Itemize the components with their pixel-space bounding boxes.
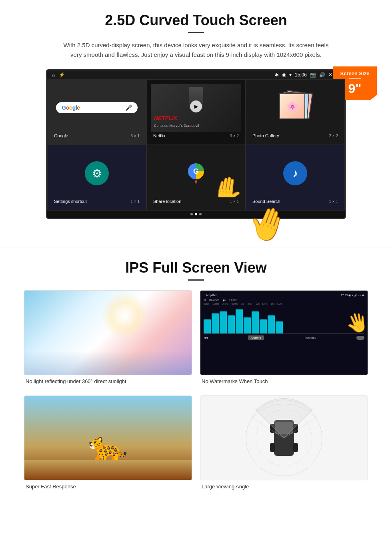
volume-icon: 🔊 xyxy=(319,72,325,78)
gallery-app-inner: 🌸 xyxy=(250,84,340,132)
amplifier-caption: No Watermarks When Touch xyxy=(200,375,368,387)
ips-section: IPS Full Screen View No light reflecting… xyxy=(0,259,392,505)
bluetooth-icon: ✱ xyxy=(275,72,279,78)
wifi-icon: ▾ xyxy=(289,72,292,78)
netflix-logo: NETFLIX xyxy=(154,115,199,121)
netflix-app-inner: ▶ NETFLIX Continue Marvel's Daredevil xyxy=(151,84,241,132)
netflix-size: 3 × 2 xyxy=(230,134,239,138)
status-right: ✱ ◉ ▾ 15:06 📷 🔊 ✕ ▭ xyxy=(275,72,340,78)
amp-freq-labels: 60hz100hz200hz500hz1k2.5k10k12.5k15kSUB xyxy=(204,303,364,305)
google-search-bar[interactable]: Google 🎤 xyxy=(56,102,137,113)
amplifier-image: ⌂ Amplifier 17:33 ◉ ▾ 🔊 ▭ ⇄ ⚙Balance 🔊 F… xyxy=(200,291,368,375)
pagination-dots xyxy=(47,211,345,218)
amp-toggle[interactable] xyxy=(356,336,364,340)
eq-bar-60hz xyxy=(204,319,211,333)
car-card: Large Viewing Angle xyxy=(200,395,368,493)
gallery-stack: 🌸 xyxy=(279,92,311,124)
maps-icon: G xyxy=(187,163,205,185)
cheetah-caption: Super Fast Response xyxy=(24,480,192,493)
mic-icon: 🎤 xyxy=(125,104,132,111)
sound-search-cell[interactable]: ♪ Sound Search 1 × 1 xyxy=(246,145,345,211)
home-icon: ⌂ xyxy=(52,72,55,78)
title-divider xyxy=(188,32,204,33)
settings-size: 1 × 1 xyxy=(130,199,140,204)
app-grid: Google 🎤 Google 3 × 1 xyxy=(47,79,345,211)
settings-label-row: Settings shortcut 1 × 1 xyxy=(52,197,142,206)
google-logo: Google xyxy=(62,104,80,111)
netflix-bg: ▶ NETFLIX Continue Marvel's Daredevil xyxy=(151,84,241,132)
cheetah-img-card: 🐆 xyxy=(24,395,192,480)
settings-app-cell[interactable]: ⚙ Settings shortcut 1 × 1 xyxy=(47,145,146,211)
location-icon: ◉ xyxy=(282,72,286,78)
sunlight-caption: No light reflecting under 360° direct su… xyxy=(24,375,192,387)
eq-bar-15k xyxy=(268,315,275,333)
usb-icon: ⚡ xyxy=(59,72,65,78)
dot-1 xyxy=(190,213,193,215)
eq-bar-sub xyxy=(276,321,283,333)
google-app-cell[interactable]: Google 🎤 Google 3 × 1 xyxy=(47,79,146,145)
amplifier-card: ⌂ Amplifier 17:33 ◉ ▾ 🔊 ▭ ⇄ ⚙Balance 🔊 F… xyxy=(200,290,368,387)
settings-label: Settings shortcut xyxy=(54,199,87,204)
netflix-label: NETFLIX Continue Marvel's Daredevil xyxy=(154,115,199,128)
eq-bar-10k xyxy=(252,311,259,333)
share-size: 1 × 1 xyxy=(230,199,239,204)
amp-home: ⌂ Amplifier xyxy=(204,294,217,297)
cheetah-image: 🐆 xyxy=(24,396,192,480)
gear-icon: ⚙ xyxy=(92,167,102,180)
amp-statusbar: ⌂ Amplifier 17:33 ◉ ▾ 🔊 ▭ ⇄ xyxy=(204,294,364,297)
amp-hand-icon: 🖐 xyxy=(344,310,368,336)
netflix-subtitle: Continue Marvel's Daredevil xyxy=(154,124,199,128)
amplifier-img-card: ⌂ Amplifier 17:33 ◉ ▾ 🔊 ▭ ⇄ ⚙Balance 🔊 F… xyxy=(200,290,368,375)
cheetah-card: 🐆 Super Fast Response xyxy=(24,395,192,493)
eq-bar-12.5k xyxy=(260,319,267,333)
sound-size: 1 × 1 xyxy=(329,199,338,204)
badge-label: Screen Size xyxy=(340,70,370,76)
sunlight-image xyxy=(24,291,192,375)
google-label: Google xyxy=(54,133,68,138)
netflix-label-row: Netflix 3 × 2 xyxy=(151,132,241,141)
ground-reflection xyxy=(24,351,192,375)
device-wrapper: Screen Size 9" ⌂ ⚡ ✱ ◉ ▾ 15:06 📷 🔊 ✕ xyxy=(24,69,368,219)
music-icon-bg: ♪ xyxy=(283,161,307,185)
eq-bar-100hz xyxy=(212,313,219,333)
amp-footer: ◀◀ Custom loudness xyxy=(204,335,364,340)
eq-bar-200hz xyxy=(220,311,227,333)
svg-rect-12 xyxy=(270,443,275,452)
share-label-row: Share location 1 × 1 xyxy=(151,197,241,206)
netflix-app-cell[interactable]: ▶ NETFLIX Continue Marvel's Daredevil Ne… xyxy=(146,79,246,145)
svg-rect-13 xyxy=(293,443,298,452)
sun-glow xyxy=(101,292,149,340)
hand-pointing-icon: 🤚 xyxy=(208,173,241,197)
car-img-card xyxy=(200,395,368,480)
amp-wrapper: ⌂ Amplifier 17:33 ◉ ▾ 🔊 ▭ ⇄ ⚙Balance 🔊 F… xyxy=(204,294,364,340)
device-screen: Screen Size 9" ⌂ ⚡ ✱ ◉ ▾ 15:06 📷 🔊 ✕ xyxy=(46,69,346,219)
amp-time: 17:33 ◉ ▾ 🔊 ▭ ⇄ xyxy=(341,294,364,297)
gallery-label: Photo Gallery xyxy=(252,133,279,138)
gallery-card-1: 🌸 xyxy=(279,93,305,119)
google-size: 3 × 1 xyxy=(130,134,140,138)
gallery-app-cell[interactable]: 🌸 Photo Gallery 2 × 2 xyxy=(246,79,345,145)
share-location-cell[interactable]: G 🤚 Share location 1 × 1 xyxy=(146,145,246,211)
share-location-inner: G 🤚 xyxy=(151,149,241,197)
gallery-size: 2 × 2 xyxy=(329,134,338,138)
play-button[interactable]: ▶ xyxy=(190,100,202,112)
ips-divider xyxy=(188,279,204,281)
google-label-row: Google 3 × 1 xyxy=(52,132,142,141)
netflix-app-label: Netflix xyxy=(153,133,166,138)
section2-title: IPS Full Screen View xyxy=(24,259,368,276)
amp-nav-left: ◀◀ xyxy=(204,336,208,339)
music-note-icon: ♪ xyxy=(292,167,298,180)
dot-2 xyxy=(195,213,197,215)
settings-icon-bg: ⚙ xyxy=(85,161,109,185)
section-separator xyxy=(0,247,392,247)
eq-bar-1k xyxy=(236,309,243,333)
cheetah-emoji: 🐆 xyxy=(88,432,128,464)
section1-title: 2.5D Curved Touch Screen xyxy=(24,12,368,29)
section1-desc: With 2.5D curved-display screen, this de… xyxy=(60,40,332,60)
sunlight-card: No light reflecting under 360° direct su… xyxy=(24,290,192,387)
time-display: 15:06 xyxy=(295,72,307,78)
share-label: Share location xyxy=(153,199,181,204)
google-app-inner: Google 🎤 xyxy=(52,84,142,132)
close-icon: ✕ xyxy=(328,72,332,78)
camera-icon: 📷 xyxy=(310,72,316,78)
